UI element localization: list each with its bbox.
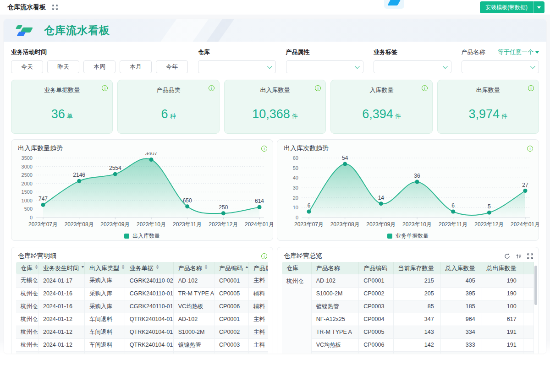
data-point[interactable] xyxy=(415,180,419,184)
chart-legend[interactable]: 出入库数量 xyxy=(11,230,273,241)
warehouse-select[interactable] xyxy=(198,60,276,73)
fullscreen-icon[interactable] xyxy=(52,5,58,10)
svg-text:614: 614 xyxy=(255,198,264,204)
chevron-down-icon xyxy=(267,64,272,69)
info-icon[interactable]: i xyxy=(261,253,267,259)
app-logo-tile[interactable] xyxy=(384,0,404,9)
data-point[interactable] xyxy=(221,211,226,215)
table-cell xyxy=(393,351,440,354)
sort-settings-icon[interactable] xyxy=(516,253,522,259)
table-cell: 车间退料 xyxy=(84,351,125,354)
info-icon[interactable]: i xyxy=(528,85,534,91)
install-template-label: 安装模板(带数据) xyxy=(480,4,533,11)
data-point[interactable] xyxy=(149,158,154,162)
sort-icon: ▲▼ xyxy=(121,266,125,271)
svg-text:2023年11月: 2023年11月 xyxy=(173,221,202,228)
table-row: 杭州仓2024-01-12车间退料QTRK240104-01镀镍热管CP0003… xyxy=(16,338,268,351)
overview-table-title: 仓库经营总览 xyxy=(284,252,322,260)
column-header-2[interactable]: 出入库类型▲▼ xyxy=(84,262,125,274)
table-cell xyxy=(523,274,534,287)
trend-chart: 05001000150020002500300035007472023年07月2… xyxy=(11,152,273,229)
product-attr-select[interactable] xyxy=(286,60,364,73)
svg-text:2023年09月: 2023年09月 xyxy=(366,221,396,228)
table-cell xyxy=(482,351,523,354)
table-cell xyxy=(214,351,249,354)
warehouse-cell: 无锡仓 xyxy=(282,351,311,354)
data-point[interactable] xyxy=(113,172,117,176)
table-cell xyxy=(523,300,534,313)
table-cell: 405 xyxy=(440,274,482,287)
dashboard-card: 仓库流水看板 业务活动时间 今天昨天本周本月今年 仓库 产品属性 业务标签 产品 xyxy=(4,19,546,354)
column-header-1[interactable]: 产品名称 xyxy=(311,262,359,274)
time-button-4[interactable]: 今年 xyxy=(156,60,188,73)
table-cell: 143 xyxy=(393,326,440,338)
table-cell: 辅料 xyxy=(248,351,268,354)
table-cell: CP0002 xyxy=(359,287,393,300)
svg-text:60: 60 xyxy=(293,155,298,161)
table-cell: 主料 xyxy=(248,338,268,351)
table-cell xyxy=(523,351,534,354)
time-button-0[interactable]: 今天 xyxy=(11,60,43,73)
svg-text:2023年10月: 2023年10月 xyxy=(137,221,166,228)
chart-panel-0: 出入库数量趋势i05001000150020002500300035007472… xyxy=(11,139,273,241)
data-point[interactable] xyxy=(379,201,383,206)
data-point[interactable] xyxy=(258,205,262,209)
data-point[interactable] xyxy=(185,204,189,208)
table-row: 无锡仓 xyxy=(282,351,534,354)
window-title: 仓库流水看板 xyxy=(7,3,46,11)
data-point[interactable] xyxy=(523,189,528,193)
expand-icon[interactable] xyxy=(527,253,533,259)
column-header-6[interactable] xyxy=(523,262,534,274)
column-header-3[interactable]: 业务单据▲▼ xyxy=(125,262,173,274)
column-header-2[interactable]: 产品编码 xyxy=(359,262,393,274)
time-button-1[interactable]: 昨天 xyxy=(47,60,79,73)
column-header-6[interactable]: 产品属性▲▼ xyxy=(248,262,268,274)
install-options-dropdown[interactable] xyxy=(534,1,544,13)
data-point[interactable] xyxy=(487,211,491,215)
business-tag-select[interactable] xyxy=(374,60,451,73)
charts-row: 出入库数量趋势i05001000150020002500300035007472… xyxy=(4,134,546,241)
table-cell: 杭州仓 xyxy=(16,300,38,313)
data-point[interactable] xyxy=(77,179,81,183)
column-header-0[interactable]: 仓库▲▼ xyxy=(16,262,38,274)
kpi-card-4: 出库数量i3,974件 xyxy=(437,80,539,134)
time-button-2[interactable]: 本周 xyxy=(83,60,116,73)
chevron-down-icon xyxy=(530,64,535,69)
data-point[interactable] xyxy=(451,210,455,214)
table-cell: CP0004 xyxy=(359,313,393,326)
svg-text:2023年08月: 2023年08月 xyxy=(65,221,94,228)
table-cell: 2024-01-16 xyxy=(38,287,84,300)
column-header-5[interactable]: 产品编码▲ xyxy=(214,262,249,274)
table-cell: 2024-01-12 xyxy=(38,351,84,354)
info-icon[interactable]: i xyxy=(209,85,214,91)
data-point[interactable] xyxy=(41,203,45,207)
chart-legend[interactable]: 业务单据数量 xyxy=(277,230,539,241)
table-cell: CP0001 xyxy=(214,274,249,287)
info-icon[interactable]: i xyxy=(261,146,267,152)
svg-text:2023年12月: 2023年12月 xyxy=(209,221,238,228)
column-header-4[interactable]: 总入库数量 xyxy=(440,262,482,274)
product-name-select[interactable] xyxy=(462,60,539,73)
column-header-4[interactable]: 产品名称▲▼ xyxy=(173,262,214,274)
install-template-button[interactable]: 安装模板(带数据) xyxy=(480,1,544,13)
svg-text:2146: 2146 xyxy=(73,172,85,178)
column-header-5[interactable]: 总出库数量 xyxy=(482,262,523,274)
time-button-3[interactable]: 本月 xyxy=(120,60,152,73)
svg-text:3000: 3000 xyxy=(22,164,33,169)
svg-text:2023年07月: 2023年07月 xyxy=(28,221,58,228)
column-header-0[interactable]: 仓库 xyxy=(282,262,311,274)
data-point[interactable] xyxy=(343,162,347,166)
table-cell: 杭州仓 xyxy=(16,287,38,300)
svg-text:54: 54 xyxy=(342,155,348,161)
legend-swatch xyxy=(124,234,129,239)
refresh-icon[interactable] xyxy=(504,253,510,259)
column-header-3[interactable]: 当前库存数量 xyxy=(393,262,440,274)
vertical-scrollbar[interactable] xyxy=(534,266,537,305)
info-icon[interactable]: i xyxy=(527,146,533,152)
operator-selector[interactable]: 等于任意一个 xyxy=(498,48,539,56)
svg-text:14: 14 xyxy=(378,195,385,201)
table-cell: 杭州仓 xyxy=(16,351,38,354)
column-header-1[interactable]: 业务发生时间▼ xyxy=(38,262,84,274)
info-icon[interactable]: i xyxy=(422,85,428,91)
data-point[interactable] xyxy=(307,210,311,214)
